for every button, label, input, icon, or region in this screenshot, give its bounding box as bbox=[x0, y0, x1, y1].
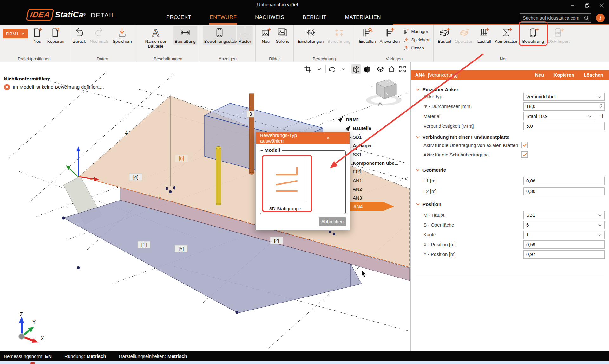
copy-icon bbox=[50, 27, 62, 39]
template-save-button[interactable]: Speichern bbox=[403, 36, 430, 43]
home-view-button[interactable] bbox=[387, 64, 396, 74]
wireframe-view-button[interactable] bbox=[351, 64, 361, 74]
section-position[interactable]: Position bbox=[416, 201, 441, 207]
main-member-select[interactable]: SB1 bbox=[523, 211, 605, 219]
crop-dropdown-button[interactable] bbox=[314, 64, 324, 74]
y-position-input[interactable]: 0,97 bbox=[523, 250, 605, 259]
zoom-extents-button[interactable] bbox=[398, 64, 407, 74]
shear-transfer-checkbox[interactable] bbox=[521, 151, 528, 158]
chevron-down-icon bbox=[21, 33, 24, 35]
panel-divider-line bbox=[416, 274, 604, 274]
anchor-type-select[interactable]: Verbunddübel bbox=[523, 93, 605, 101]
member-names-button[interactable]: A Namen der Bauteile bbox=[139, 26, 173, 49]
diameter-spinner[interactable]: 18,0 bbox=[523, 102, 605, 111]
clip-plane-button[interactable] bbox=[376, 64, 385, 74]
info-button[interactable]: i bbox=[596, 14, 605, 22]
add-material-button[interactable]: + bbox=[598, 112, 606, 120]
navigation-cube[interactable] bbox=[363, 75, 405, 108]
section-verbindung-fundamentplatte[interactable]: Verbindung mit einer Fundamentplatte bbox=[416, 134, 509, 140]
new-load-case-button[interactable]: Lastfall bbox=[476, 26, 493, 45]
spinner-down-icon bbox=[599, 106, 602, 108]
section-einzelner-anker[interactable]: Einzelner Anker bbox=[416, 87, 458, 92]
gallery-button[interactable]: Galerie bbox=[274, 26, 291, 45]
tree-item-auflager[interactable]: Auflager bbox=[345, 141, 409, 150]
close-button[interactable] bbox=[594, 0, 609, 11]
chevron-down-icon bbox=[318, 68, 321, 70]
solid-cube-icon bbox=[363, 65, 371, 73]
tree-item-an4-selected[interactable]: AN4 bbox=[345, 202, 394, 211]
tab-entwurf[interactable]: ENTWURF bbox=[209, 12, 237, 25]
save-button[interactable]: Speichern bbox=[111, 26, 134, 45]
copy-position-button[interactable]: Kopieren bbox=[46, 26, 66, 45]
search-placeholder: Suchen auf ideastatica.com bbox=[520, 16, 583, 21]
cancel-button[interactable]: Abbrechen bbox=[319, 217, 346, 226]
rebar-display-button[interactable]: Bewehrungsstäbe bbox=[203, 26, 236, 45]
template-create-button[interactable]: Erstellen bbox=[357, 26, 377, 45]
tree-item-komponenten[interactable]: Komponenten übe... bbox=[345, 159, 409, 167]
logo-registered-mark: ® bbox=[83, 13, 86, 16]
grid-display-button[interactable]: Raster bbox=[237, 26, 253, 45]
property-row: Aktiv für die Übertragung von axialen Kr… bbox=[411, 141, 609, 150]
material-select[interactable]: Stahl 10.9 bbox=[523, 112, 594, 120]
axial-transfer-checkbox[interactable] bbox=[521, 142, 528, 148]
solid-view-button[interactable] bbox=[363, 64, 372, 74]
group-caption: Neu bbox=[434, 56, 574, 61]
tab-nachweis[interactable]: NACHWEIS bbox=[254, 12, 285, 25]
ribbon-group-daten: Zurück Nochmals Speichern Daten bbox=[69, 25, 136, 62]
tab-materialien[interactable]: MATERIALIEN bbox=[344, 12, 382, 25]
surface-select[interactable]: 6 bbox=[523, 221, 605, 229]
crop-view-button[interactable] bbox=[303, 64, 313, 74]
logo-product-name: DETAIL bbox=[91, 12, 115, 19]
edge-select[interactable]: 1 bbox=[523, 231, 605, 239]
rotate-dropdown-button[interactable] bbox=[338, 64, 348, 74]
tree-item-sb1[interactable]: SB1 bbox=[345, 133, 409, 141]
search-input[interactable]: Suchen auf ideastatica.com bbox=[520, 13, 591, 23]
window-controls bbox=[565, 0, 609, 11]
project-position-selector[interactable]: DRM1 bbox=[3, 29, 28, 38]
project-position-value: DRM1 bbox=[6, 31, 19, 36]
bond-strength-input[interactable]: 5,0 bbox=[523, 122, 605, 130]
panel-delete-button[interactable]: Löschen bbox=[584, 72, 603, 78]
tree-item-an1[interactable]: AN1 bbox=[345, 176, 409, 185]
new-reinforcement-button[interactable]: Bewehrung bbox=[521, 26, 546, 45]
dialog-close-button[interactable]: × bbox=[303, 135, 350, 142]
template-open-button[interactable]: Öffnen bbox=[403, 44, 430, 52]
rotate-view-button[interactable] bbox=[327, 64, 337, 74]
section-geometrie[interactable]: Geometrie bbox=[416, 167, 446, 173]
template-manager-button[interactable]: Manager bbox=[403, 28, 430, 35]
settings-button[interactable]: </> Einstellungen bbox=[296, 26, 325, 45]
chevron-down-icon bbox=[598, 224, 602, 227]
load-arrows-icon bbox=[478, 27, 490, 39]
new-position-button[interactable]: Neu bbox=[30, 26, 45, 45]
rebar-type-tile-3d-stabgruppe[interactable] bbox=[266, 158, 307, 202]
undo-button[interactable]: Zurück bbox=[71, 26, 88, 45]
dimension-button[interactable]: Bemaßung bbox=[173, 26, 197, 45]
tree-item-an2[interactable]: AN2 bbox=[345, 185, 409, 193]
tree-item-drm1[interactable]: DRM1 bbox=[345, 115, 409, 124]
minimize-button[interactable] bbox=[565, 0, 580, 11]
tree-item-an3[interactable]: AN3 bbox=[345, 194, 409, 202]
template-apply-icon bbox=[383, 27, 396, 39]
l1-input[interactable]: 0,06 bbox=[523, 177, 605, 185]
panel-new-button[interactable]: Neu bbox=[535, 72, 544, 78]
template-apply-button[interactable]: Anwenden bbox=[378, 26, 402, 45]
spinner-buttons[interactable] bbox=[599, 103, 602, 108]
x-position-input[interactable]: 0,59 bbox=[523, 240, 605, 249]
tree-item-fp1[interactable]: FP1 bbox=[345, 167, 409, 176]
template-small-actions: Manager Speichern Öffnen bbox=[403, 28, 430, 52]
l2-input[interactable]: 0,30 bbox=[523, 187, 605, 195]
panel-copy-button[interactable]: Kopieren bbox=[553, 72, 574, 78]
new-combination-button[interactable]: Kombination bbox=[493, 26, 520, 45]
redo-button: Nochmals bbox=[88, 26, 110, 45]
tab-projekt[interactable]: PROJEKT bbox=[166, 12, 192, 25]
new-member-button[interactable]: Bauteil bbox=[436, 26, 452, 45]
ribbon-toolbar: DRM1 Neu Kopieren Projektpositionen bbox=[0, 25, 609, 62]
redo-icon bbox=[93, 27, 105, 39]
minimize-icon bbox=[571, 3, 575, 8]
restore-button[interactable] bbox=[580, 0, 594, 11]
tree-item-ss1[interactable]: SS1 bbox=[345, 150, 409, 159]
tree-item-bauteile[interactable]: Bauteile bbox=[345, 124, 409, 132]
panel-header: AN4 [Verankerung] Neu Kopieren Löschen bbox=[411, 70, 609, 80]
tab-bericht[interactable]: BERICHT bbox=[302, 12, 327, 25]
new-picture-button[interactable]: Neu bbox=[258, 26, 273, 45]
